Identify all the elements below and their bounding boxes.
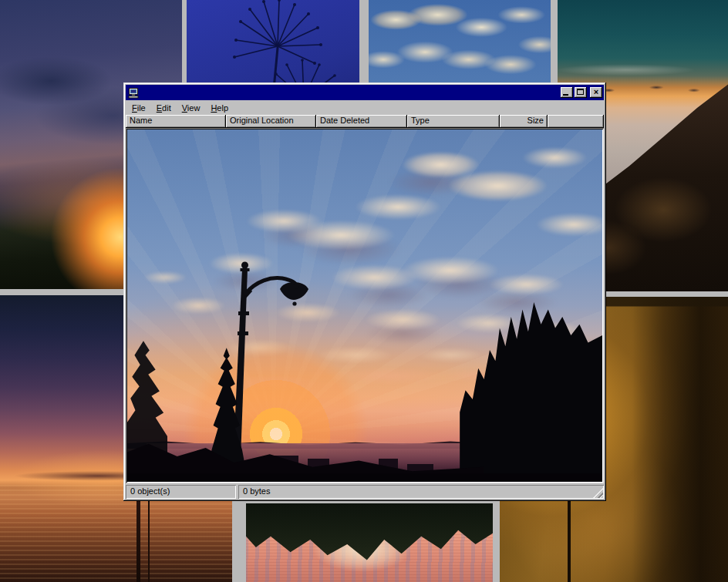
recycle-bin-window: × File Edit View Help Name Original Loca… <box>123 82 606 501</box>
menu-help[interactable]: Help <box>205 102 234 114</box>
maximize-button[interactable] <box>575 87 587 98</box>
column-header-type[interactable]: Type <box>407 115 500 128</box>
column-header-name[interactable]: Name <box>126 115 226 128</box>
column-header-filler <box>548 115 604 128</box>
column-headers: Name Original Location Date Deleted Type… <box>126 115 604 128</box>
status-byte-count: 0 bytes <box>238 485 604 499</box>
minimize-button[interactable] <box>561 87 573 98</box>
desktop: × File Edit View Help Name Original Loca… <box>0 0 728 582</box>
menu-file[interactable]: File <box>126 102 151 114</box>
menu-view[interactable]: View <box>177 102 206 114</box>
titlebar[interactable]: × <box>126 85 604 100</box>
status-object-count: 0 object(s) <box>126 485 236 499</box>
maximize-icon <box>577 89 584 95</box>
computer-icon[interactable] <box>127 87 140 99</box>
column-header-size[interactable]: Size <box>500 115 548 128</box>
column-header-original-location[interactable]: Original Location <box>226 115 316 128</box>
foreground-bottom-strip <box>127 473 602 482</box>
list-view-background-photo <box>127 130 602 482</box>
status-bar: 0 object(s) 0 bytes <box>126 485 604 499</box>
tree-reflection <box>246 503 493 582</box>
close-button[interactable]: × <box>590 87 602 98</box>
list-view[interactable] <box>126 128 604 483</box>
wallpaper-tile-reflections <box>246 503 493 582</box>
golden-tile-pole <box>568 501 571 582</box>
close-icon: × <box>594 87 598 96</box>
column-header-date-deleted[interactable]: Date Deleted <box>316 115 407 128</box>
menu-edit[interactable]: Edit <box>151 102 177 114</box>
menu-bar: File Edit View Help <box>126 100 604 115</box>
minimize-icon <box>563 94 568 96</box>
lagoon-pole-thin <box>148 494 150 582</box>
